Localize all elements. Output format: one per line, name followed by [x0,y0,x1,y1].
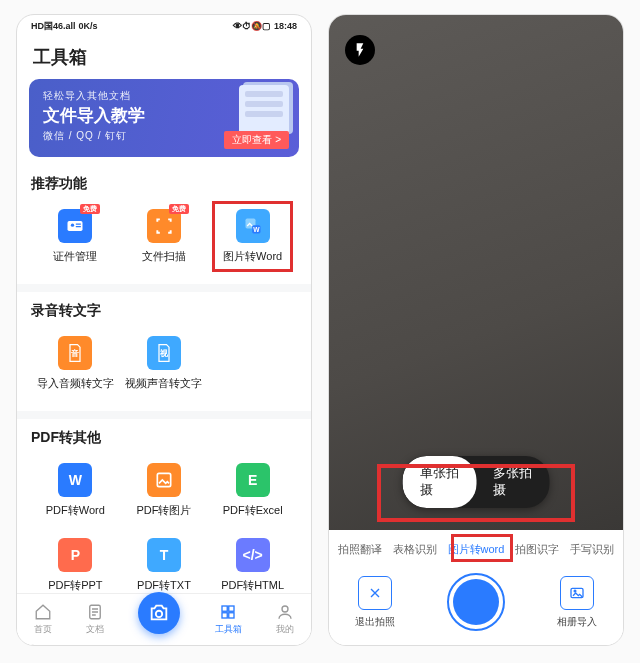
status-network: HD国46.all [31,20,76,33]
svg-rect-14 [222,613,227,618]
import-gallery-button[interactable]: 相册导入 [557,576,597,629]
import-tutorial-banner[interactable]: 轻松导入其他文档 文件导入教学 微信 / QQ / 钉钉 立即查看 > [29,79,299,157]
svg-text:W: W [253,226,260,233]
section-recommended: 推荐功能 免费 证件管理 免费 文件扫描 [17,167,311,284]
nav-home[interactable]: 首页 [34,603,52,636]
statusbar: HD国46.all 0K/s 👁⏱🔕▢ 18:48 [17,15,311,37]
highlight-annotation [377,464,575,522]
tool-id-manage[interactable]: 免费 证件管理 [31,203,120,278]
svg-text:音: 音 [70,348,79,358]
image-file-icon [147,463,181,497]
camera-controls: 拍照翻译 表格识别 图片转word 拍图识字 手写识别 退出拍照 [329,530,623,645]
excel-file-icon: E [236,463,270,497]
svg-point-16 [282,606,288,612]
control-label: 退出拍照 [355,615,395,629]
flash-toggle-button[interactable] [345,35,375,65]
status-speed: 0K/s [79,21,98,31]
tool-label: PDF转图片 [136,503,191,518]
tool-pdf-image[interactable]: PDF转图片 [120,457,209,532]
nav-camera-button[interactable] [138,592,180,634]
section-title: 录音转文字 [31,302,297,320]
shutter-inner-icon [453,579,499,625]
nav-profile[interactable]: 我的 [276,603,294,636]
tool-file-scan[interactable]: 免费 文件扫描 [120,203,209,278]
flash-icon [352,42,368,58]
ppt-file-icon: P [58,538,92,572]
nav-toolbox[interactable]: 工具箱 [215,603,242,636]
video-file-icon: 视 [147,336,181,370]
free-badge: 免费 [80,204,100,214]
nav-documents[interactable]: 文档 [86,603,104,636]
svg-point-18 [574,590,576,592]
image-word-icon: W [236,209,270,243]
scroll-content[interactable]: 推荐功能 免费 证件管理 免费 文件扫描 [17,167,311,645]
bottom-nav: 首页 文档 工具箱 我的 [17,593,311,645]
tool-video-audio[interactable]: 视 视频声音转文字 [120,330,209,405]
tab-table-recognize[interactable]: 表格识别 [391,540,439,559]
shutter-button[interactable] [447,573,505,631]
nav-label: 我的 [276,623,294,636]
camera-icon [148,602,170,624]
tab-photo-ocr[interactable]: 拍图识字 [513,540,561,559]
tool-label: PDF转Word [46,503,105,518]
section-audio: 录音转文字 音 导入音频转文字 视 视频声音转文字 [17,292,311,411]
tool-label: 视频声音转文字 [125,376,202,391]
tool-label: 文件扫描 [142,249,186,264]
svg-rect-15 [229,613,234,618]
svg-rect-3 [76,226,81,227]
svg-rect-2 [76,224,81,225]
scan-type-tabs[interactable]: 拍照翻译 表格识别 图片转word 拍图识字 手写识别 [329,530,623,569]
control-label: 相册导入 [557,615,597,629]
tab-photo-translate[interactable]: 拍照翻译 [336,540,384,559]
section-pdf-convert: PDF转其他 WPDF转Word PDF转图片 EPDF转Excel PPDF转… [17,419,311,613]
home-icon [34,603,52,621]
phone-left-toolbox: HD国46.all 0K/s 👁⏱🔕▢ 18:48 工具箱 轻松导入其他文档 文… [16,14,312,646]
tool-label: 导入音频转文字 [37,376,114,391]
txt-file-icon: T [147,538,181,572]
tab-handwriting[interactable]: 手写识别 [568,540,616,559]
gallery-icon [560,576,594,610]
svg-rect-12 [222,606,227,611]
phone-right-camera: 单张拍摄 多张拍摄 拍照翻译 表格识别 图片转word 拍图识字 手写识别 退出… [328,14,624,646]
section-title: 推荐功能 [31,175,297,193]
toolbox-icon [219,603,237,621]
tool-image-to-word[interactable]: W 图片转Word [208,203,297,278]
svg-rect-13 [229,606,234,611]
nav-label: 首页 [34,623,52,636]
svg-point-11 [156,610,162,616]
close-icon [358,576,392,610]
scan-icon: 免费 [147,209,181,243]
nav-label: 工具箱 [215,623,242,636]
nav-label: 文档 [86,623,104,636]
tool-pdf-excel[interactable]: EPDF转Excel [208,457,297,532]
free-badge: 免费 [169,204,189,214]
document-icon [86,603,104,621]
tool-label: PDF转HTML [221,578,284,593]
status-time: 18:48 [274,21,297,31]
camera-preview: 单张拍摄 多张拍摄 [329,15,623,530]
banner-cta-button[interactable]: 立即查看 > [224,131,289,149]
page-title: 工具箱 [17,37,311,79]
audio-file-icon: 音 [58,336,92,370]
svg-rect-9 [157,473,170,486]
id-card-icon: 免费 [58,209,92,243]
user-icon [276,603,294,621]
svg-point-1 [71,224,74,227]
highlight-annotation [451,534,513,562]
tool-label: 图片转Word [223,249,282,264]
tool-label: PDF转TXT [137,578,191,593]
html-file-icon: </> [236,538,270,572]
tool-label: PDF转PPT [48,578,102,593]
svg-text:视: 视 [159,349,169,358]
banner-subtitle: 轻松导入其他文档 [43,89,285,103]
exit-capture-button[interactable]: 退出拍照 [355,576,395,629]
tool-label: PDF转Excel [223,503,283,518]
word-file-icon: W [58,463,92,497]
tool-label: 证件管理 [53,249,97,264]
section-title: PDF转其他 [31,429,297,447]
tool-audio-import[interactable]: 音 导入音频转文字 [31,330,120,405]
status-icons: 👁⏱🔕▢ [233,21,271,31]
tool-pdf-word[interactable]: WPDF转Word [31,457,120,532]
